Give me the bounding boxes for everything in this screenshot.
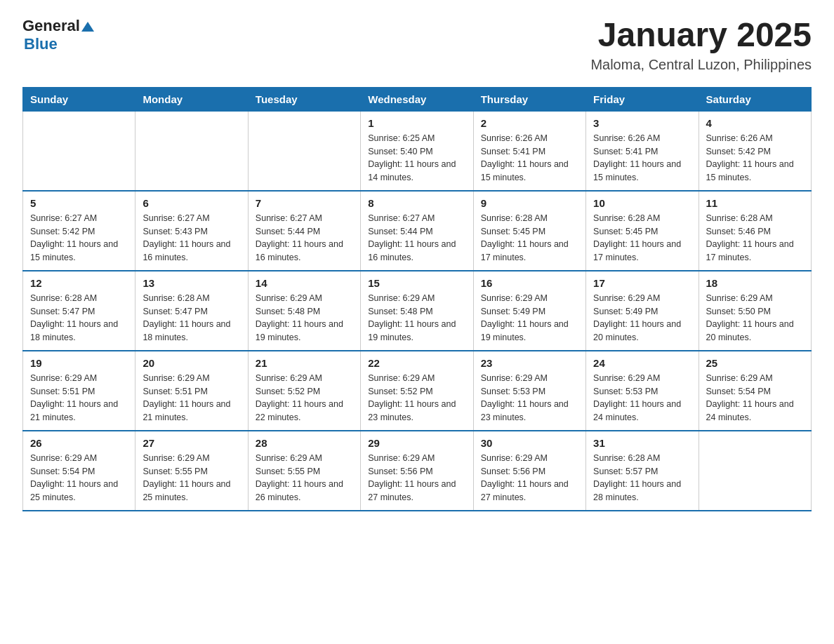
day-info: Sunrise: 6:27 AM Sunset: 5:44 PM Dayligh… xyxy=(368,212,465,264)
calendar-cell: 14Sunrise: 6:29 AM Sunset: 5:48 PM Dayli… xyxy=(248,271,360,351)
calendar-cell: 29Sunrise: 6:29 AM Sunset: 5:56 PM Dayli… xyxy=(361,431,473,511)
header-day-friday: Friday xyxy=(586,87,699,111)
week-row-4: 19Sunrise: 6:29 AM Sunset: 5:51 PM Dayli… xyxy=(23,351,812,431)
header-day-wednesday: Wednesday xyxy=(361,87,473,111)
day-info: Sunrise: 6:29 AM Sunset: 5:53 PM Dayligh… xyxy=(481,372,578,424)
calendar-cell: 8Sunrise: 6:27 AM Sunset: 5:44 PM Daylig… xyxy=(361,191,473,271)
calendar-table: SundayMondayTuesdayWednesdayThursdayFrid… xyxy=(22,87,812,511)
day-number: 22 xyxy=(368,357,465,369)
day-number: 19 xyxy=(30,357,128,369)
day-info: Sunrise: 6:29 AM Sunset: 5:48 PM Dayligh… xyxy=(368,292,465,344)
day-number: 15 xyxy=(368,277,465,289)
header-day-saturday: Saturday xyxy=(699,87,811,111)
day-info: Sunrise: 6:27 AM Sunset: 5:43 PM Dayligh… xyxy=(143,212,240,264)
day-number: 11 xyxy=(706,197,804,209)
week-row-5: 26Sunrise: 6:29 AM Sunset: 5:54 PM Dayli… xyxy=(23,431,812,511)
logo-blue-text: Blue xyxy=(24,35,58,53)
logo-general-text: General xyxy=(22,17,80,35)
calendar-cell: 31Sunrise: 6:28 AM Sunset: 5:57 PM Dayli… xyxy=(586,431,699,511)
day-number: 1 xyxy=(368,117,465,129)
calendar-cell: 21Sunrise: 6:29 AM Sunset: 5:52 PM Dayli… xyxy=(248,351,360,431)
day-number: 25 xyxy=(706,357,804,369)
day-number: 12 xyxy=(30,277,128,289)
calendar-cell: 3Sunrise: 6:26 AM Sunset: 5:41 PM Daylig… xyxy=(586,111,699,191)
day-info: Sunrise: 6:28 AM Sunset: 5:46 PM Dayligh… xyxy=(706,212,804,264)
calendar-cell: 24Sunrise: 6:29 AM Sunset: 5:53 PM Dayli… xyxy=(586,351,699,431)
calendar-cell: 12Sunrise: 6:28 AM Sunset: 5:47 PM Dayli… xyxy=(23,271,135,351)
day-number: 5 xyxy=(30,197,128,209)
day-info: Sunrise: 6:29 AM Sunset: 5:54 PM Dayligh… xyxy=(706,372,804,424)
day-info: Sunrise: 6:28 AM Sunset: 5:45 PM Dayligh… xyxy=(481,212,578,264)
day-number: 14 xyxy=(256,277,353,289)
day-info: Sunrise: 6:26 AM Sunset: 5:41 PM Dayligh… xyxy=(481,132,578,185)
calendar-cell: 20Sunrise: 6:29 AM Sunset: 5:51 PM Dayli… xyxy=(135,351,248,431)
calendar-cell: 11Sunrise: 6:28 AM Sunset: 5:46 PM Dayli… xyxy=(699,191,811,271)
calendar-cell: 22Sunrise: 6:29 AM Sunset: 5:52 PM Dayli… xyxy=(361,351,473,431)
day-number: 13 xyxy=(143,277,240,289)
week-row-1: 1Sunrise: 6:25 AM Sunset: 5:40 PM Daylig… xyxy=(23,111,812,191)
day-info: Sunrise: 6:29 AM Sunset: 5:55 PM Dayligh… xyxy=(143,452,240,504)
calendar-title: January 2025 xyxy=(590,17,812,54)
day-number: 17 xyxy=(593,277,691,289)
title-section: January 2025 Maloma, Central Luzon, Phil… xyxy=(590,17,812,73)
calendar-cell xyxy=(23,111,135,191)
day-number: 7 xyxy=(256,197,353,209)
calendar-cell: 9Sunrise: 6:28 AM Sunset: 5:45 PM Daylig… xyxy=(473,191,585,271)
calendar-cell: 13Sunrise: 6:28 AM Sunset: 5:47 PM Dayli… xyxy=(135,271,248,351)
day-info: Sunrise: 6:29 AM Sunset: 5:50 PM Dayligh… xyxy=(706,292,804,344)
day-number: 6 xyxy=(143,197,240,209)
day-info: Sunrise: 6:29 AM Sunset: 5:54 PM Dayligh… xyxy=(30,452,128,504)
day-info: Sunrise: 6:29 AM Sunset: 5:53 PM Dayligh… xyxy=(593,372,691,424)
day-info: Sunrise: 6:27 AM Sunset: 5:44 PM Dayligh… xyxy=(256,212,353,264)
week-row-2: 5Sunrise: 6:27 AM Sunset: 5:42 PM Daylig… xyxy=(23,191,812,271)
calendar-cell: 1Sunrise: 6:25 AM Sunset: 5:40 PM Daylig… xyxy=(361,111,473,191)
calendar-subtitle: Maloma, Central Luzon, Philippines xyxy=(590,57,812,73)
day-number: 16 xyxy=(481,277,578,289)
calendar-cell: 7Sunrise: 6:27 AM Sunset: 5:44 PM Daylig… xyxy=(248,191,360,271)
day-number: 28 xyxy=(256,437,353,449)
day-info: Sunrise: 6:25 AM Sunset: 5:40 PM Dayligh… xyxy=(368,132,465,185)
day-number: 23 xyxy=(481,357,578,369)
calendar-cell xyxy=(248,111,360,191)
calendar-cell: 2Sunrise: 6:26 AM Sunset: 5:41 PM Daylig… xyxy=(473,111,585,191)
day-info: Sunrise: 6:27 AM Sunset: 5:42 PM Dayligh… xyxy=(30,212,128,264)
day-info: Sunrise: 6:28 AM Sunset: 5:57 PM Dayligh… xyxy=(593,452,691,504)
day-info: Sunrise: 6:29 AM Sunset: 5:52 PM Dayligh… xyxy=(368,372,465,424)
calendar-cell: 26Sunrise: 6:29 AM Sunset: 5:54 PM Dayli… xyxy=(23,431,135,511)
day-number: 2 xyxy=(481,117,578,129)
day-info: Sunrise: 6:29 AM Sunset: 5:49 PM Dayligh… xyxy=(593,292,691,344)
calendar-cell: 27Sunrise: 6:29 AM Sunset: 5:55 PM Dayli… xyxy=(135,431,248,511)
calendar-cell: 17Sunrise: 6:29 AM Sunset: 5:49 PM Dayli… xyxy=(586,271,699,351)
day-info: Sunrise: 6:29 AM Sunset: 5:49 PM Dayligh… xyxy=(481,292,578,344)
calendar-cell xyxy=(699,431,811,511)
day-number: 4 xyxy=(706,117,804,129)
calendar-cell: 16Sunrise: 6:29 AM Sunset: 5:49 PM Dayli… xyxy=(473,271,585,351)
day-number: 27 xyxy=(143,437,240,449)
day-number: 20 xyxy=(143,357,240,369)
logo: General Blue xyxy=(22,17,94,53)
header-day-sunday: Sunday xyxy=(23,87,135,111)
day-number: 18 xyxy=(706,277,804,289)
day-info: Sunrise: 6:28 AM Sunset: 5:47 PM Dayligh… xyxy=(30,292,128,344)
day-info: Sunrise: 6:28 AM Sunset: 5:47 PM Dayligh… xyxy=(143,292,240,344)
day-number: 30 xyxy=(481,437,578,449)
day-info: Sunrise: 6:29 AM Sunset: 5:48 PM Dayligh… xyxy=(256,292,353,344)
day-info: Sunrise: 6:26 AM Sunset: 5:42 PM Dayligh… xyxy=(706,132,804,185)
day-number: 8 xyxy=(368,197,465,209)
day-info: Sunrise: 6:29 AM Sunset: 5:52 PM Dayligh… xyxy=(256,372,353,424)
day-info: Sunrise: 6:29 AM Sunset: 5:56 PM Dayligh… xyxy=(481,452,578,504)
calendar-cell: 6Sunrise: 6:27 AM Sunset: 5:43 PM Daylig… xyxy=(135,191,248,271)
header-day-thursday: Thursday xyxy=(473,87,585,111)
day-info: Sunrise: 6:28 AM Sunset: 5:45 PM Dayligh… xyxy=(593,212,691,264)
day-info: Sunrise: 6:29 AM Sunset: 5:55 PM Dayligh… xyxy=(256,452,353,504)
calendar-cell: 4Sunrise: 6:26 AM Sunset: 5:42 PM Daylig… xyxy=(699,111,811,191)
day-number: 26 xyxy=(30,437,128,449)
day-number: 29 xyxy=(368,437,465,449)
day-info: Sunrise: 6:29 AM Sunset: 5:51 PM Dayligh… xyxy=(143,372,240,424)
day-info: Sunrise: 6:29 AM Sunset: 5:51 PM Dayligh… xyxy=(30,372,128,424)
header-day-monday: Monday xyxy=(135,87,248,111)
header-row: SundayMondayTuesdayWednesdayThursdayFrid… xyxy=(23,87,812,111)
calendar-cell: 23Sunrise: 6:29 AM Sunset: 5:53 PM Dayli… xyxy=(473,351,585,431)
calendar-cell xyxy=(135,111,248,191)
day-number: 21 xyxy=(256,357,353,369)
